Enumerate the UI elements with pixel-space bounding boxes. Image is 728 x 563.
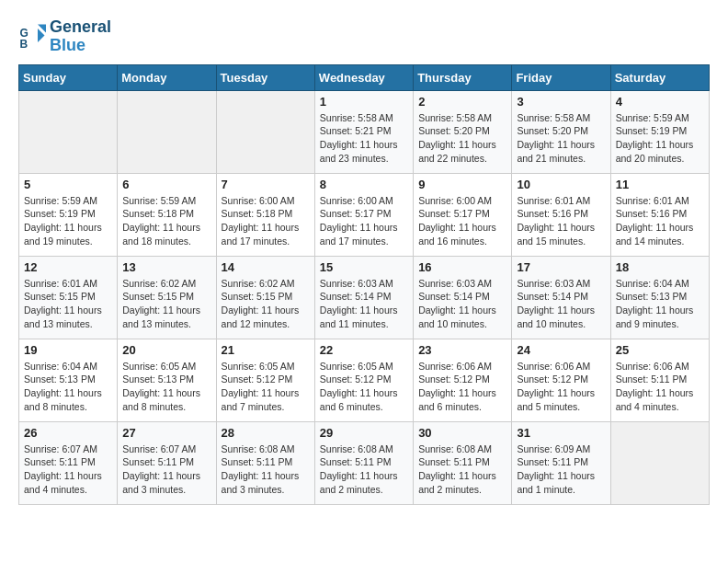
- day-info: Sunrise: 5:58 AM Sunset: 5:21 PM Dayligh…: [320, 111, 408, 166]
- day-info: Sunrise: 6:07 AM Sunset: 5:11 PM Dayligh…: [24, 442, 112, 497]
- calendar-cell: 18Sunrise: 6:04 AM Sunset: 5:13 PM Dayli…: [610, 256, 709, 339]
- day-number: 18: [616, 260, 704, 274]
- day-number: 19: [24, 343, 112, 357]
- day-info: Sunrise: 6:05 AM Sunset: 5:12 PM Dayligh…: [222, 360, 310, 414]
- weekday-header-monday: Monday: [118, 64, 216, 90]
- day-number: 9: [418, 178, 506, 191]
- calendar-cell: 31Sunrise: 6:09 AM Sunset: 5:11 PM Dayli…: [512, 421, 610, 504]
- day-info: Sunrise: 6:02 AM Sunset: 5:15 PM Dayligh…: [122, 277, 210, 331]
- calendar-cell: 19Sunrise: 6:04 AM Sunset: 5:13 PM Dayli…: [19, 339, 118, 421]
- day-number: 16: [418, 260, 506, 274]
- calendar-week-row: 26Sunrise: 6:07 AM Sunset: 5:11 PM Dayli…: [19, 421, 710, 504]
- day-number: 30: [418, 426, 506, 440]
- day-info: Sunrise: 6:01 AM Sunset: 5:15 PM Dayligh…: [24, 277, 112, 331]
- weekday-header-wednesday: Wednesday: [314, 64, 413, 90]
- day-info: Sunrise: 6:03 AM Sunset: 5:14 PM Dayligh…: [320, 277, 408, 331]
- calendar-cell: 28Sunrise: 6:08 AM Sunset: 5:11 PM Dayli…: [216, 421, 314, 504]
- day-info: Sunrise: 6:00 AM Sunset: 5:17 PM Dayligh…: [320, 194, 408, 248]
- day-info: Sunrise: 6:08 AM Sunset: 5:11 PM Dayligh…: [320, 442, 408, 497]
- day-info: Sunrise: 6:03 AM Sunset: 5:14 PM Dayligh…: [517, 277, 605, 331]
- calendar-week-row: 12Sunrise: 6:01 AM Sunset: 5:15 PM Dayli…: [19, 256, 710, 339]
- calendar-cell: 13Sunrise: 6:02 AM Sunset: 5:15 PM Dayli…: [118, 256, 216, 339]
- calendar-cell: 7Sunrise: 6:00 AM Sunset: 5:18 PM Daylig…: [216, 173, 314, 256]
- day-number: 14: [222, 260, 310, 274]
- calendar-cell: 30Sunrise: 6:08 AM Sunset: 5:11 PM Dayli…: [414, 421, 512, 504]
- calendar-cell: 14Sunrise: 6:02 AM Sunset: 5:15 PM Dayli…: [216, 256, 314, 339]
- day-info: Sunrise: 6:00 AM Sunset: 5:17 PM Dayligh…: [418, 194, 506, 248]
- day-number: 7: [222, 178, 310, 191]
- day-number: 25: [616, 343, 704, 357]
- day-number: 15: [320, 260, 408, 274]
- calendar-cell: 23Sunrise: 6:06 AM Sunset: 5:12 PM Dayli…: [414, 339, 512, 421]
- day-number: 3: [517, 95, 605, 109]
- day-number: 11: [616, 178, 704, 191]
- calendar-week-row: 5Sunrise: 5:59 AM Sunset: 5:19 PM Daylig…: [19, 173, 710, 256]
- calendar-cell: 26Sunrise: 6:07 AM Sunset: 5:11 PM Dayli…: [19, 421, 118, 504]
- day-number: 26: [24, 426, 112, 440]
- day-info: Sunrise: 6:04 AM Sunset: 5:13 PM Dayligh…: [24, 360, 112, 414]
- day-number: 31: [517, 426, 605, 440]
- day-number: 28: [222, 426, 310, 440]
- day-info: Sunrise: 5:58 AM Sunset: 5:20 PM Dayligh…: [418, 111, 506, 166]
- calendar-cell: 29Sunrise: 6:08 AM Sunset: 5:11 PM Dayli…: [314, 421, 413, 504]
- day-info: Sunrise: 6:03 AM Sunset: 5:14 PM Dayligh…: [418, 277, 506, 331]
- calendar-cell: 1Sunrise: 5:58 AM Sunset: 5:21 PM Daylig…: [314, 90, 413, 173]
- calendar-cell: 10Sunrise: 6:01 AM Sunset: 5:16 PM Dayli…: [512, 173, 610, 256]
- day-info: Sunrise: 5:58 AM Sunset: 5:20 PM Dayligh…: [517, 111, 605, 166]
- calendar-cell: [118, 90, 216, 173]
- weekday-header-tuesday: Tuesday: [216, 64, 314, 90]
- calendar-cell: 27Sunrise: 6:07 AM Sunset: 5:11 PM Dayli…: [118, 421, 216, 504]
- calendar-cell: 17Sunrise: 6:03 AM Sunset: 5:14 PM Dayli…: [512, 256, 610, 339]
- day-info: Sunrise: 6:01 AM Sunset: 5:16 PM Dayligh…: [616, 194, 704, 248]
- day-number: 1: [320, 95, 408, 109]
- day-info: Sunrise: 6:06 AM Sunset: 5:12 PM Dayligh…: [517, 360, 605, 414]
- day-number: 6: [122, 178, 210, 191]
- day-info: Sunrise: 6:02 AM Sunset: 5:15 PM Dayligh…: [222, 277, 310, 331]
- calendar-cell: [19, 90, 118, 173]
- day-number: 20: [122, 343, 210, 357]
- logo-icon: G B: [18, 23, 46, 51]
- day-number: 8: [320, 178, 408, 191]
- calendar-cell: 16Sunrise: 6:03 AM Sunset: 5:14 PM Dayli…: [414, 256, 512, 339]
- day-number: 23: [418, 343, 506, 357]
- weekday-header-saturday: Saturday: [610, 64, 709, 90]
- day-number: 12: [24, 260, 112, 274]
- weekday-header-friday: Friday: [512, 64, 610, 90]
- day-number: 27: [122, 426, 210, 440]
- day-info: Sunrise: 6:00 AM Sunset: 5:18 PM Dayligh…: [222, 194, 310, 248]
- logo-text: General Blue: [50, 18, 111, 55]
- calendar-cell: 9Sunrise: 6:00 AM Sunset: 5:17 PM Daylig…: [414, 173, 512, 256]
- day-number: 24: [517, 343, 605, 357]
- day-info: Sunrise: 6:06 AM Sunset: 5:11 PM Dayligh…: [616, 360, 704, 414]
- day-number: 10: [517, 178, 605, 191]
- day-info: Sunrise: 6:09 AM Sunset: 5:11 PM Dayligh…: [517, 442, 605, 497]
- day-info: Sunrise: 5:59 AM Sunset: 5:18 PM Dayligh…: [122, 194, 210, 248]
- day-info: Sunrise: 5:59 AM Sunset: 5:19 PM Dayligh…: [616, 111, 704, 166]
- calendar-week-row: 1Sunrise: 5:58 AM Sunset: 5:21 PM Daylig…: [19, 90, 710, 173]
- calendar-cell: 2Sunrise: 5:58 AM Sunset: 5:20 PM Daylig…: [414, 90, 512, 173]
- calendar-cell: 4Sunrise: 5:59 AM Sunset: 5:19 PM Daylig…: [610, 90, 709, 173]
- day-info: Sunrise: 5:59 AM Sunset: 5:19 PM Dayligh…: [24, 194, 112, 248]
- day-info: Sunrise: 6:04 AM Sunset: 5:13 PM Dayligh…: [616, 277, 704, 331]
- day-info: Sunrise: 6:08 AM Sunset: 5:11 PM Dayligh…: [418, 442, 506, 497]
- day-info: Sunrise: 6:01 AM Sunset: 5:16 PM Dayligh…: [517, 194, 605, 248]
- calendar-table: SundayMondayTuesdayWednesdayThursdayFrid…: [18, 64, 710, 505]
- day-info: Sunrise: 6:05 AM Sunset: 5:12 PM Dayligh…: [320, 360, 408, 414]
- day-info: Sunrise: 6:05 AM Sunset: 5:13 PM Dayligh…: [122, 360, 210, 414]
- calendar-cell: 3Sunrise: 5:58 AM Sunset: 5:20 PM Daylig…: [512, 90, 610, 173]
- day-number: 5: [24, 178, 112, 191]
- calendar-cell: [216, 90, 314, 173]
- day-number: 21: [222, 343, 310, 357]
- page-header: G B General Blue: [18, 18, 710, 55]
- weekday-header-sunday: Sunday: [19, 64, 118, 90]
- calendar-cell: 8Sunrise: 6:00 AM Sunset: 5:17 PM Daylig…: [314, 173, 413, 256]
- svg-marker-2: [38, 29, 45, 42]
- logo: G B General Blue: [18, 18, 111, 55]
- day-number: 29: [320, 426, 408, 440]
- day-number: 4: [616, 95, 704, 109]
- calendar-cell: [610, 421, 709, 504]
- calendar-cell: 25Sunrise: 6:06 AM Sunset: 5:11 PM Dayli…: [610, 339, 709, 421]
- svg-text:B: B: [20, 38, 28, 51]
- calendar-cell: 21Sunrise: 6:05 AM Sunset: 5:12 PM Dayli…: [216, 339, 314, 421]
- day-number: 2: [418, 95, 506, 109]
